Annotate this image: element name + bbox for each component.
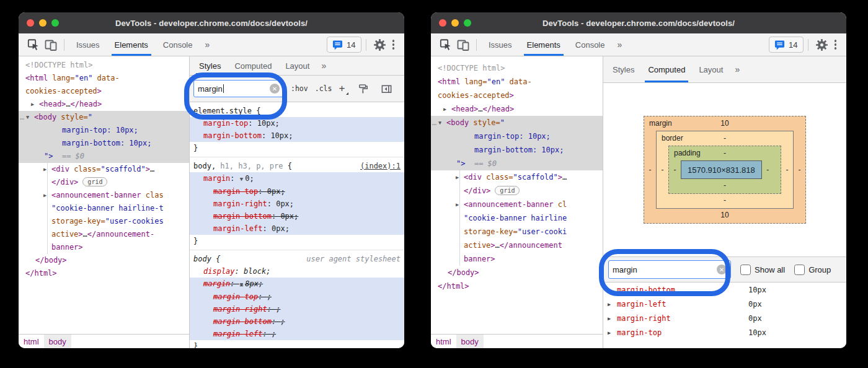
padding-bottom-value[interactable]: -	[669, 181, 781, 190]
checkbox-icon[interactable]	[794, 265, 805, 275]
border-bottom-value[interactable]: -	[657, 196, 793, 204]
kebab-menu-icon[interactable]	[831, 40, 841, 50]
breadcrumb-item-html[interactable]: html	[431, 335, 456, 348]
clear-filter-icon[interactable]: ✕	[717, 265, 727, 274]
dom-tree-line[interactable]: </div>grid	[19, 176, 189, 189]
group-checkbox[interactable]: Group	[794, 265, 831, 275]
border-right-value[interactable]: -	[781, 165, 793, 174]
tab-computed[interactable]: Computed	[641, 56, 692, 82]
styles-filter-input[interactable]: margin ✕	[193, 80, 284, 97]
dom-tree-line[interactable]: ▶<head>…</head>	[19, 98, 189, 111]
padding-top-value[interactable]: -	[669, 149, 781, 157]
padding-left-value[interactable]: -	[669, 165, 681, 174]
disclosure-triangle-icon[interactable]: ▶	[456, 170, 459, 184]
disclosure-triangle-icon[interactable]: ▼	[438, 116, 441, 129]
new-style-rule-button[interactable]: +	[339, 84, 348, 94]
dom-tree-line[interactable]: </html>	[19, 267, 189, 280]
shorthand-expand-icon[interactable]: ▼	[240, 281, 243, 287]
dom-tree-line[interactable]: </body>	[431, 266, 603, 279]
zoom-button[interactable]	[464, 19, 471, 27]
tab-elements[interactable]: Elements	[107, 33, 156, 56]
dom-tree-line[interactable]: margin-top: 10px;	[431, 129, 603, 143]
computed-filter-input[interactable]: margin ✕	[608, 260, 731, 279]
disclosure-triangle-icon[interactable]: ▶	[443, 102, 446, 116]
dom-tree-line[interactable]: storage-key="user-cookies	[19, 215, 189, 228]
padding-right-value[interactable]: -	[762, 165, 774, 174]
dom-tree-line[interactable]: active>…</announcement	[431, 239, 603, 252]
stylesheet-source-link[interactable]: (index):1	[360, 160, 401, 172]
dom-tree-line[interactable]: <!DOCTYPE html>	[19, 59, 189, 72]
computed-property-row[interactable]: ▶margin-top10px	[603, 325, 846, 340]
tab-console[interactable]: Console	[156, 33, 200, 56]
console-messages-badge[interactable]: 14	[769, 37, 803, 53]
css-declaration[interactable]: margin-left: ;	[190, 328, 404, 340]
device-toolbar-button[interactable]	[454, 33, 472, 56]
css-declaration[interactable]: margin-right: ;	[190, 303, 404, 315]
tab-layout[interactable]: Layout	[692, 56, 730, 82]
css-declaration[interactable]: display: block;	[190, 265, 404, 278]
close-button[interactable]	[27, 19, 34, 27]
tab-issues[interactable]: Issues	[69, 33, 107, 56]
breadcrumb-item-html[interactable]: html	[19, 335, 44, 348]
dom-tree-line[interactable]: </body>	[19, 254, 189, 267]
css-declaration[interactable]: margin-top: ;	[190, 291, 404, 303]
css-declaration[interactable]: margin-bottom: 0px;	[190, 210, 404, 222]
inspect-element-button[interactable]	[25, 33, 42, 56]
tab-styles[interactable]: Styles	[606, 56, 641, 82]
tab-issues[interactable]: Issues	[481, 33, 520, 56]
dom-tree-line[interactable]: <!DOCTYPE html>	[431, 61, 603, 75]
more-tabs-button[interactable]: »	[612, 40, 627, 50]
computed-property-row[interactable]: ▶margin-left0px	[603, 297, 846, 311]
more-tabs-button[interactable]: »	[730, 64, 745, 74]
disclosure-triangle-icon[interactable]: ▶	[456, 198, 459, 211]
close-button[interactable]	[439, 19, 446, 27]
dom-tree-line[interactable]: storage-key="user-cooki	[431, 225, 603, 239]
rendering-emulation-button[interactable]	[355, 76, 371, 102]
boxmodel-padding-layer[interactable]: padding - - 1570.910×831.818 -	[668, 146, 781, 194]
dom-tree-line[interactable]: margin-top: 10px;	[19, 124, 189, 137]
css-declaration[interactable]: margin: ▼8px;	[190, 278, 404, 291]
dom-tree-line[interactable]: ▶<div class="scaffold">…	[19, 163, 189, 176]
margin-top-value[interactable]: 10	[644, 119, 805, 128]
css-declaration[interactable]: margin-bottom: ;	[190, 315, 404, 328]
boxmodel-margin-layer[interactable]: margin 10 - border - -	[644, 116, 806, 224]
settings-button[interactable]	[371, 33, 389, 56]
css-declaration[interactable]: margin-left: 0px;	[190, 222, 404, 235]
computed-property-row[interactable]: ▶margin-right0px	[603, 311, 846, 325]
minimize-button[interactable]	[39, 19, 46, 27]
css-declaration[interactable]: margin: ▼0;	[190, 172, 404, 185]
disclosure-triangle-icon[interactable]: ▶	[608, 287, 617, 293]
dom-tree-line[interactable]: </div>grid	[431, 184, 603, 198]
disclosure-triangle-icon[interactable]: ▶	[608, 315, 617, 322]
more-tabs-button[interactable]: »	[316, 61, 331, 71]
disclosure-triangle-icon[interactable]: ▶	[43, 189, 46, 202]
margin-left-value[interactable]: -	[644, 165, 656, 174]
dom-tree-line[interactable]: </html>	[431, 279, 603, 293]
device-toolbar-button[interactable]	[42, 33, 60, 56]
hidden-items-ellipsis-icon[interactable]: …	[20, 111, 24, 124]
console-messages-badge[interactable]: 14	[327, 37, 361, 53]
shorthand-expand-icon[interactable]: ▼	[240, 176, 243, 182]
title-bar[interactable]: DevTools - developer.chrome.com/docs/dev…	[431, 12, 846, 33]
grid-badge[interactable]: grid	[82, 177, 107, 186]
clear-filter-icon[interactable]: ✕	[270, 84, 280, 94]
tab-computed[interactable]: Computed	[228, 56, 278, 75]
dom-tree-line[interactable]: banner>	[19, 241, 189, 254]
grid-badge[interactable]: grid	[495, 186, 520, 195]
disclosure-triangle-icon[interactable]: ▶	[31, 98, 34, 111]
dom-tree-line[interactable]: ▶<announcement-banner cl	[431, 198, 603, 211]
disclosure-triangle-icon[interactable]: ▼	[26, 111, 29, 124]
toggle-sidebar-button[interactable]	[378, 76, 395, 102]
boxmodel-content-box[interactable]: 1570.910×831.818	[681, 160, 762, 179]
breadcrumb-item-body[interactable]: body	[456, 335, 484, 348]
dom-tree-line[interactable]: …▼<body style="	[19, 111, 189, 124]
disclosure-triangle-icon[interactable]: ▶	[608, 301, 617, 307]
disclosure-triangle-icon[interactable]: ▶	[43, 163, 46, 176]
dom-tree-line[interactable]: banner>	[431, 252, 603, 266]
computed-property-row[interactable]: ▶margin-bottom10px	[603, 283, 846, 297]
dom-tree-line[interactable]: cookies-accepted>	[431, 89, 603, 102]
tab-console[interactable]: Console	[568, 33, 613, 56]
tab-layout[interactable]: Layout	[278, 56, 316, 75]
boxmodel-border-layer[interactable]: border - - padding -	[656, 131, 794, 209]
dom-tree-line[interactable]: active>…</announcement-	[19, 228, 189, 241]
